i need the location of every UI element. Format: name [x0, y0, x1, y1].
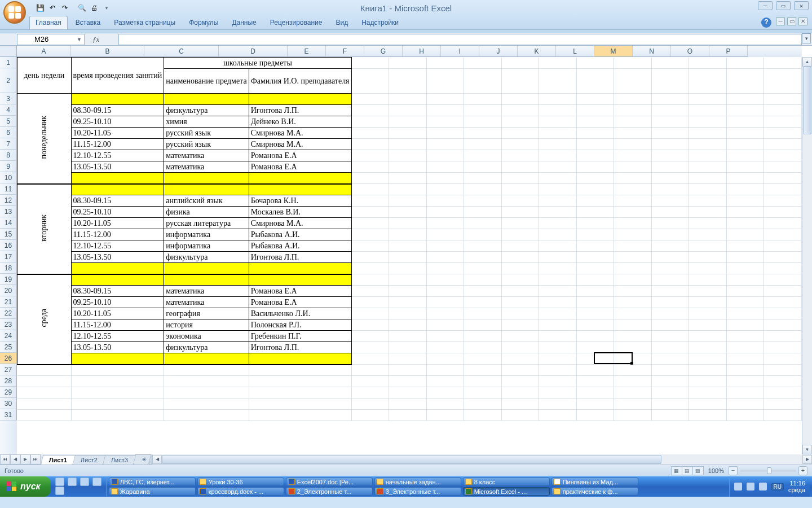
- cell[interactable]: [351, 274, 389, 286]
- cell[interactable]: [689, 263, 727, 274]
- cell[interactable]: [689, 240, 727, 252]
- cell[interactable]: [764, 240, 802, 252]
- column-header[interactable]: B: [71, 46, 144, 57]
- cell[interactable]: [464, 128, 502, 139]
- cell[interactable]: [464, 398, 502, 410]
- taskbar-button[interactable]: Пингвины из Мад...: [551, 478, 638, 486]
- cell[interactable]: Игонтова Л.П.: [249, 342, 351, 353]
- cell[interactable]: [576, 105, 614, 116]
- cell[interactable]: [614, 308, 652, 319]
- cell[interactable]: [726, 398, 764, 410]
- cell[interactable]: [764, 116, 802, 128]
- cell[interactable]: [764, 410, 802, 421]
- cell[interactable]: [351, 240, 389, 252]
- cell[interactable]: [689, 184, 727, 195]
- cell[interactable]: [764, 286, 802, 297]
- ribbon-tab-главная[interactable]: Главная: [29, 16, 68, 29]
- cell[interactable]: [764, 184, 802, 195]
- column-header[interactable]: J: [479, 46, 518, 57]
- cell[interactable]: [539, 410, 577, 421]
- cell[interactable]: [389, 94, 427, 105]
- cell[interactable]: [726, 308, 764, 319]
- cell[interactable]: [651, 263, 689, 274]
- row-header[interactable]: 4: [0, 104, 17, 116]
- cell[interactable]: Романова Е.А: [249, 286, 351, 297]
- cell[interactable]: 11.15-12.00: [71, 139, 164, 150]
- cell[interactable]: [164, 387, 249, 398]
- cell[interactable]: [501, 94, 539, 105]
- cell[interactable]: [614, 150, 652, 161]
- cell[interactable]: [651, 94, 689, 105]
- cell[interactable]: [764, 195, 802, 207]
- cell[interactable]: [651, 387, 689, 398]
- cell[interactable]: [764, 353, 802, 365]
- fx-icon[interactable]: ƒx: [92, 35, 99, 44]
- cell[interactable]: [576, 286, 614, 297]
- cell[interactable]: [426, 319, 464, 331]
- cell[interactable]: [651, 69, 689, 94]
- cell[interactable]: [249, 398, 351, 410]
- cell[interactable]: [539, 286, 577, 297]
- cell[interactable]: 11.15-12.00: [71, 319, 164, 331]
- row-header[interactable]: 27: [0, 364, 17, 375]
- cell[interactable]: [651, 286, 689, 297]
- cell[interactable]: [576, 58, 614, 69]
- cell[interactable]: [576, 353, 614, 365]
- cell[interactable]: [576, 365, 614, 376]
- cell[interactable]: [764, 58, 802, 69]
- cell[interactable]: [576, 319, 614, 331]
- cell[interactable]: [539, 398, 577, 410]
- cell[interactable]: [351, 116, 389, 128]
- cell[interactable]: [351, 263, 389, 274]
- cell[interactable]: школьные предметы: [164, 58, 351, 69]
- cell[interactable]: [539, 274, 577, 286]
- row-header[interactable]: 18: [0, 262, 17, 274]
- cell[interactable]: [651, 398, 689, 410]
- cell[interactable]: [651, 229, 689, 240]
- cell[interactable]: [249, 365, 351, 376]
- cell[interactable]: [651, 410, 689, 421]
- cell[interactable]: [389, 105, 427, 116]
- cell[interactable]: [689, 286, 727, 297]
- cell[interactable]: 13.05-13.50: [71, 252, 164, 263]
- ribbon-tab-надстройки[interactable]: Надстройки: [356, 16, 404, 29]
- cell[interactable]: [389, 207, 427, 218]
- cell[interactable]: [689, 297, 727, 308]
- sheet-tab[interactable]: Лист3: [103, 455, 137, 465]
- cell[interactable]: [501, 105, 539, 116]
- taskbar-button[interactable]: 2_Электронные т...: [286, 487, 373, 496]
- cell[interactable]: [576, 173, 614, 184]
- taskbar-button[interactable]: ЛВС, ГС, изернет...: [109, 478, 196, 486]
- cell[interactable]: [651, 161, 689, 173]
- cell[interactable]: [539, 207, 577, 218]
- cell[interactable]: [764, 342, 802, 353]
- cell[interactable]: [464, 252, 502, 263]
- taskbar-button[interactable]: 3_Электронные т...: [374, 487, 461, 496]
- cell[interactable]: [614, 365, 652, 376]
- cell[interactable]: [501, 173, 539, 184]
- cell[interactable]: [71, 376, 164, 387]
- cell[interactable]: [614, 252, 652, 263]
- language-indicator[interactable]: RU: [771, 483, 784, 491]
- cell[interactable]: [426, 173, 464, 184]
- vertical-scrollbar[interactable]: ▲ ▼: [802, 57, 812, 454]
- cell[interactable]: [426, 116, 464, 128]
- view-pagebreak-icon[interactable]: ▧: [692, 466, 704, 475]
- cell[interactable]: [614, 139, 652, 150]
- cell[interactable]: [539, 218, 577, 229]
- cell[interactable]: [539, 263, 577, 274]
- restore-button[interactable]: ▭: [776, 1, 791, 10]
- cell[interactable]: [689, 69, 727, 94]
- cell[interactable]: [726, 150, 764, 161]
- row-header[interactable]: 30: [0, 398, 17, 409]
- cell[interactable]: [576, 161, 614, 173]
- cell[interactable]: [389, 195, 427, 207]
- cell[interactable]: [764, 297, 802, 308]
- cell[interactable]: [539, 195, 577, 207]
- cell[interactable]: [351, 173, 389, 184]
- cell[interactable]: [464, 173, 502, 184]
- cell[interactable]: наименование предмета: [164, 69, 249, 94]
- cell[interactable]: [389, 286, 427, 297]
- cell[interactable]: [501, 297, 539, 308]
- cell[interactable]: [351, 139, 389, 150]
